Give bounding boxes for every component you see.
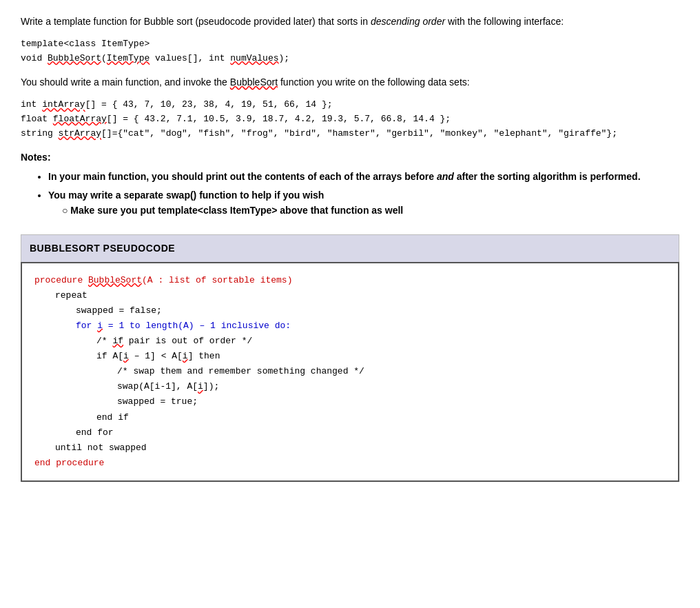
ps-line4: for i = 1 to length(A) – 1 inclusive do: [76,318,666,334]
itemtype-underline: ItemType [107,53,150,63]
pseudocode-section: BUBBLESORT PSEUDOCODE procedure BubbleSo… [21,234,679,482]
ps-i-underline4: i [198,381,203,392]
strarray-underline: strArray [59,128,101,139]
floatarray-underline: floatArray [53,114,107,124]
string-array-line: string strArray[]={"cat", "dog", "fish",… [21,127,679,141]
ps-line12: until not swapped [55,440,666,456]
float-array-line: float floatArray[] = { 43.2, 7.1, 10.5, … [21,112,679,127]
ps-line8: swap(A[i-1], A[i]); [117,379,666,394]
main-content: Write a template function for Bubble sor… [21,14,679,482]
notes-bullet1: In your main function, you should print … [48,169,679,184]
ps-if-underline: if [112,336,123,346]
bullet2-text: You may write a separate swap() function… [48,190,324,201]
ps-line13: end procedure [34,456,666,471]
ps-line5: /* if pair is out of order */ [96,334,666,349]
pseudocode-header: BUBBLESORT PSEUDOCODE [21,234,679,261]
ps-line10: end if [96,410,666,425]
ps-line2: repeat [55,288,666,303]
sub-bullet-list: Make sure you put template<class ItemTyp… [62,203,679,218]
code-interface: template<class ItemType> void BubbleSort… [21,37,679,66]
bubblesort-ref-underline: BubbleSort [230,77,278,88]
ps-line11: end for [76,425,666,440]
code-function-line: void BubbleSort(ItemType values[], int n… [21,52,679,66]
intro-paragraph2: You should write a main function, and in… [21,74,679,90]
bullet1-text: In your main function, you should print … [48,171,641,182]
notes-list: In your main function, you should print … [48,169,679,218]
pseudocode-box: procedure BubbleSort(A : list of sortabl… [21,262,679,482]
ps-i-underline2: i [123,351,129,361]
notes-bullet2: You may write a separate swap() function… [48,188,679,219]
ps-bubblesort-underline: BubbleSort [88,275,142,285]
intarray-underline: intArray [42,99,85,110]
ps-line7: /* swap them and remember something chan… [117,364,666,379]
data-sets: int intArray[] = { 43, 7, 10, 23, 38, 4,… [21,98,679,141]
bubblesort-underline: BubbleSort [48,53,101,63]
ps-i-underline1: i [97,321,103,331]
sub-bullet1: Make sure you put template<class ItemTyp… [62,203,679,218]
intro-paragraph1: Write a template function for Bubble sor… [21,14,679,29]
italic-text: descending order [371,16,445,27]
numvalues-underline: numValues [230,53,278,63]
ps-line3: swapped = false; [76,303,666,318]
ps-line6: if A[i – 1] < A[i] then [96,349,666,364]
sub-bullet1-text: Make sure you put template<class ItemTyp… [70,205,403,216]
notes-label: Notes: [21,150,679,165]
code-template-line: template<class ItemType> [21,37,679,52]
ps-i-underline3: i [183,351,188,361]
ps-line9: swapped = true; [117,394,666,409]
notes-section: Notes: In your main function, you should… [21,150,679,219]
int-array-line: int intArray[] = { 43, 7, 10, 23, 38, 4,… [21,98,679,112]
ps-line1: procedure BubbleSort(A : list of sortabl… [34,273,666,288]
